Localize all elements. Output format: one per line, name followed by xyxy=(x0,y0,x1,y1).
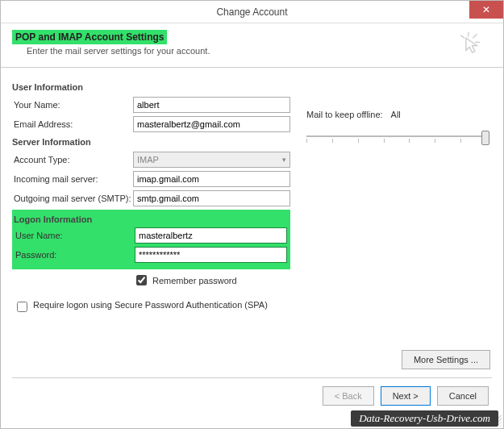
password-label: Password: xyxy=(14,250,135,260)
incoming-label: Incoming mail server: xyxy=(12,174,133,184)
outgoing-server-input[interactable] xyxy=(133,190,290,206)
mail-offline-label: Mail to keep offline: xyxy=(306,110,383,119)
username-label: User Name: xyxy=(14,231,135,240)
your-name-input[interactable] xyxy=(133,97,290,113)
logon-info-heading: Logon Information xyxy=(14,214,287,224)
cursor-icon xyxy=(456,30,484,57)
header-title: POP and IMAP Account Settings xyxy=(12,30,167,44)
svg-line-2 xyxy=(473,34,477,38)
account-type-value: IMAP xyxy=(137,155,159,165)
user-info-heading: User Information xyxy=(12,82,290,92)
more-settings-button[interactable]: More Settings ... xyxy=(402,350,490,369)
account-type-label: Account Type: xyxy=(12,155,133,165)
content: User Information Your Name: Email Addres… xyxy=(1,68,503,378)
chevron-down-icon: ▾ xyxy=(282,156,286,164)
right-column: Mail to keep offline: All xyxy=(306,77,492,314)
incoming-server-input[interactable] xyxy=(133,171,290,187)
password-input[interactable] xyxy=(135,247,287,263)
remember-password-row[interactable]: Remember password xyxy=(133,273,290,288)
titlebar: Change Account ✕ xyxy=(1,1,503,23)
left-column: User Information Your Name: Email Addres… xyxy=(12,77,290,314)
spa-checkbox[interactable] xyxy=(17,302,27,312)
slider-ticks xyxy=(306,139,487,143)
svg-line-1 xyxy=(468,32,469,37)
remember-password-label: Remember password xyxy=(152,276,237,285)
mail-offline-value: All xyxy=(391,110,401,119)
back-button: < Back xyxy=(323,386,374,406)
cancel-button[interactable]: Cancel xyxy=(437,386,489,406)
email-input[interactable] xyxy=(133,116,290,132)
next-button[interactable]: Next > xyxy=(381,386,431,406)
mail-offline-slider[interactable] xyxy=(306,127,487,147)
spa-row[interactable]: Require logon using Secure Password Auth… xyxy=(14,299,272,314)
your-name-label: Your Name: xyxy=(12,100,133,110)
watermark: Data-Recovery-Usb-Drive.com xyxy=(351,410,498,427)
logon-info-block: Logon Information User Name: Password: xyxy=(12,210,290,269)
close-button[interactable]: ✕ xyxy=(469,1,503,19)
svg-line-0 xyxy=(460,35,464,38)
slider-track xyxy=(306,135,487,137)
change-account-window: Change Account ✕ POP and IMAP Account Se… xyxy=(0,0,504,429)
username-input[interactable] xyxy=(135,227,287,244)
slider-thumb[interactable] xyxy=(481,131,489,145)
remember-password-checkbox[interactable] xyxy=(136,275,147,285)
outgoing-label: Outgoing mail server (SMTP): xyxy=(12,194,133,203)
footer: < Back Next > Cancel xyxy=(1,378,503,414)
window-title: Change Account xyxy=(216,6,287,18)
header: POP and IMAP Account Settings Enter the … xyxy=(1,23,503,68)
close-icon: ✕ xyxy=(482,4,490,15)
header-subtitle: Enter the mail server settings for your … xyxy=(27,46,456,56)
server-info-heading: Server Information xyxy=(12,137,290,147)
account-type-select: IMAP ▾ xyxy=(133,152,290,168)
email-label: Email Address: xyxy=(12,119,133,129)
spa-label: Require logon using Secure Password Auth… xyxy=(33,299,268,310)
